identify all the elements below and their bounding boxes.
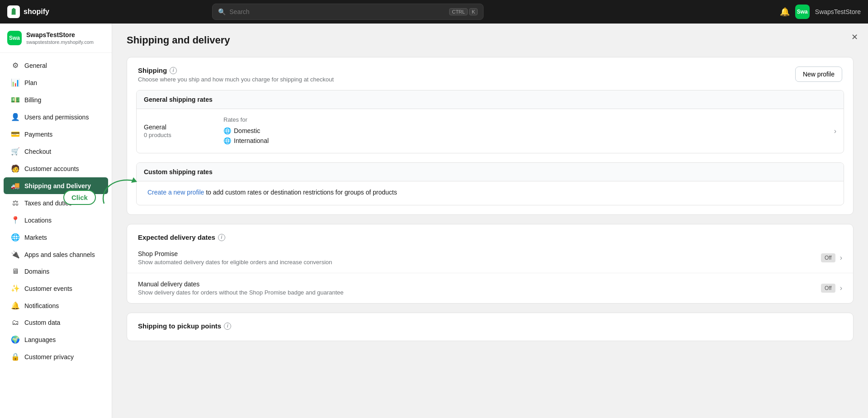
general-label: General: [144, 124, 216, 131]
taxes-nav-icon: ⚖: [11, 199, 20, 207]
delivery-info-icon[interactable]: i: [218, 234, 225, 241]
general-rates-row[interactable]: General 0 products Rates for 🌐 Domestic …: [137, 109, 844, 153]
manual-delivery-status: Off: [821, 284, 835, 293]
sidebar-item-plan[interactable]: 📊Plan: [4, 74, 108, 91]
search-input[interactable]: [229, 8, 446, 15]
shop-promise-row[interactable]: Shop Promise Show automated delivery dat…: [127, 243, 853, 273]
sidebar-item-general[interactable]: ⚙General: [4, 57, 108, 74]
store-info: SwapsTestStore swapsteststore.myshopify.…: [26, 31, 94, 45]
sidebar-item-customer-events[interactable]: ✨Customer events: [4, 280, 108, 297]
manual-delivery-right: Off ›: [821, 284, 842, 293]
custom-rates-body: Create a new profile to add custom rates…: [137, 181, 844, 205]
custom-shipping-rates: Custom shipping rates Create a new profi…: [136, 162, 844, 205]
locations-nav-label: Locations: [24, 217, 52, 224]
shop-promise-chevron[interactable]: ›: [840, 254, 842, 262]
domains-nav-icon: 🖥: [11, 267, 20, 276]
apps-nav-label: Apps and sales channels: [24, 251, 95, 258]
shop-promise-status: Off: [821, 253, 835, 262]
sidebar-item-custom-data[interactable]: 🗂Custom data: [4, 314, 108, 331]
billing-nav-icon: 💵: [11, 95, 20, 104]
pickup-info-icon[interactable]: i: [224, 323, 231, 330]
shipping-card: Shipping i Choose where you ship and how…: [127, 57, 854, 215]
sidebar-item-notifications[interactable]: 🔔Notifications: [4, 297, 108, 314]
languages-nav-label: Languages: [24, 336, 56, 343]
shipping-title-area: Shipping i Choose where you ship and how…: [138, 66, 334, 83]
shipping-card-title: Shipping i: [138, 66, 334, 74]
main-content: ✕ Shipping and delivery Shipping i Choos…: [112, 24, 868, 418]
pickup-card: Shipping to pickup points i: [127, 313, 854, 341]
search-icon: 🔍: [218, 8, 226, 15]
checkout-nav-icon: 🛒: [11, 147, 20, 156]
customer-accounts-nav-icon: 🧑: [11, 164, 20, 173]
payments-nav-icon: 💳: [11, 130, 20, 138]
shop-promise-right: Off ›: [821, 253, 842, 262]
notifications-nav-icon: 🔔: [11, 301, 20, 310]
custom-rates-title: Custom shipping rates: [137, 163, 844, 181]
sidebar-item-apps[interactable]: 🔌Apps and sales channels: [4, 246, 108, 263]
topnav-right: 🔔 Swa SwapsTestStore: [780, 5, 861, 19]
billing-nav-label: Billing: [24, 96, 41, 104]
payments-nav-label: Payments: [24, 131, 52, 138]
create-profile-link[interactable]: Create a new profile: [147, 189, 204, 196]
pickup-title: Shipping to pickup points i: [138, 322, 231, 330]
locations-nav-icon: 📍: [11, 216, 20, 224]
languages-nav-icon: 🌍: [11, 335, 20, 344]
customer-events-nav-label: Customer events: [24, 285, 72, 292]
manual-delivery-chevron[interactable]: ›: [840, 284, 842, 292]
shipping-card-subtitle: Choose where you ship and how much you c…: [138, 76, 334, 83]
store-header[interactable]: Swa SwapsTestStore swapsteststore.myshop…: [0, 24, 112, 53]
users-nav-label: Users and permissions: [24, 114, 89, 121]
expected-delivery-title: Expected delivery dates i: [138, 233, 225, 241]
close-button[interactable]: ✕: [848, 31, 861, 43]
general-rates-title: General shipping rates: [137, 90, 844, 109]
general-nav-icon: ⚙: [11, 61, 20, 70]
shipping-info-icon[interactable]: i: [170, 67, 177, 74]
products-count: 0 products: [144, 132, 216, 138]
sidebar-item-locations[interactable]: 📍Locations: [4, 212, 108, 228]
notifications-nav-label: Notifications: [24, 302, 59, 309]
rates-chevron-icon[interactable]: ›: [834, 127, 836, 135]
sidebar-item-domains[interactable]: 🖥Domains: [4, 263, 108, 280]
pickup-header: Shipping to pickup points i: [127, 313, 853, 341]
sidebar-item-taxes[interactable]: ⚖Taxes and duties: [4, 195, 108, 211]
shipping-nav-label: Shipping and Delivery: [24, 182, 91, 190]
sidebar-item-customer-accounts[interactable]: 🧑Customer accounts: [4, 160, 108, 177]
page-title: Shipping and delivery: [127, 34, 854, 46]
markets-nav-label: Markets: [24, 234, 47, 241]
expected-delivery-header: Expected delivery dates i: [127, 224, 853, 243]
checkout-nav-label: Checkout: [24, 148, 51, 155]
sidebar-item-checkout[interactable]: 🛒Checkout: [4, 143, 108, 160]
search-shortcut: CTRL K: [449, 8, 478, 15]
international-rate: 🌐 International: [223, 136, 827, 146]
sidebar-item-markets[interactable]: 🌐Markets: [4, 229, 108, 246]
sidebar-item-customer-privacy[interactable]: 🔒Customer privacy: [4, 348, 108, 365]
sidebar-item-shipping[interactable]: 🚚Shipping and Delivery: [4, 177, 108, 194]
app-layout: Swa SwapsTestStore swapsteststore.myshop…: [0, 24, 868, 418]
manual-delivery-title: Manual delivery dates: [138, 280, 344, 288]
general-shipping-rates: General shipping rates General 0 product…: [136, 90, 844, 153]
custom-data-nav-icon: 🗂: [11, 318, 20, 327]
notifications-icon[interactable]: 🔔: [780, 7, 790, 17]
shop-promise-title: Shop Promise: [138, 250, 332, 257]
plan-nav-label: Plan: [24, 79, 37, 86]
international-globe-icon: 🌐: [223, 137, 231, 144]
domains-nav-label: Domains: [24, 268, 49, 275]
domestic-globe-icon: 🌐: [223, 127, 231, 134]
search-box[interactable]: 🔍 CTRL K: [212, 4, 484, 20]
sidebar-item-users[interactable]: 👤Users and permissions: [4, 109, 108, 125]
sidebar-item-billing[interactable]: 💵Billing: [4, 91, 108, 108]
domestic-rate: 🌐 Domestic: [223, 126, 827, 136]
k-key: K: [469, 8, 478, 15]
rates-left: General 0 products: [144, 124, 216, 138]
logo-text: shopify: [24, 8, 49, 16]
custom-rates-desc: to add custom rates or destination restr…: [204, 189, 397, 196]
sidebar-item-payments[interactable]: 💳Payments: [4, 126, 108, 142]
manual-delivery-row[interactable]: Manual delivery dates Show delivery date…: [127, 273, 853, 303]
shop-promise-info: Shop Promise Show automated delivery dat…: [138, 250, 332, 266]
sidebar-item-languages[interactable]: 🌍Languages: [4, 331, 108, 348]
plan-nav-icon: 📊: [11, 78, 20, 87]
user-avatar[interactable]: Swa: [795, 5, 810, 19]
new-profile-button[interactable]: New profile: [795, 66, 842, 82]
customer-events-nav-icon: ✨: [11, 284, 20, 293]
customer-accounts-nav-label: Customer accounts: [24, 165, 79, 172]
